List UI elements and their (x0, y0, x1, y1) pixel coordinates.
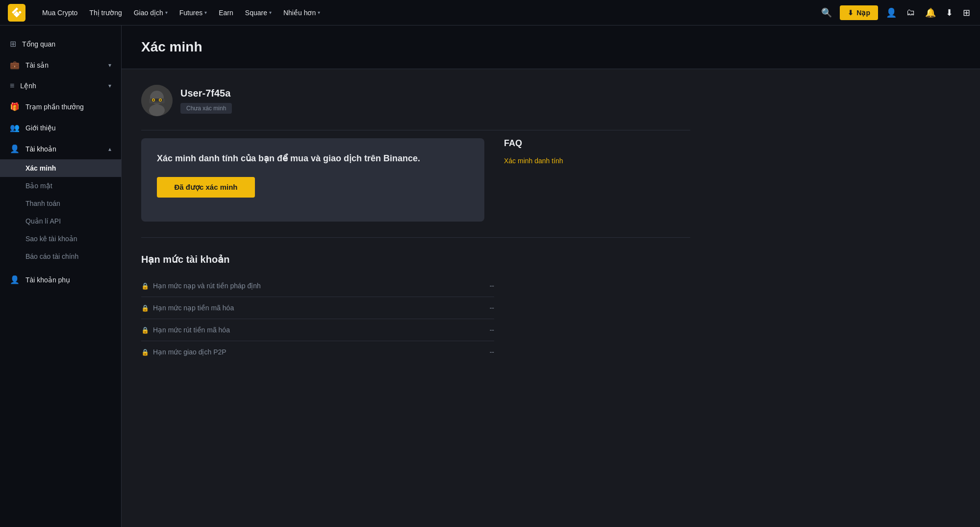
download-icon: ⬇ (848, 9, 854, 17)
faq-title: FAQ (504, 138, 612, 149)
limits-value-3: -- (490, 348, 494, 356)
svg-point-9 (149, 104, 165, 116)
logo[interactable] (8, 4, 25, 22)
bell-icon[interactable]: 🔔 (923, 5, 938, 20)
users-icon: 👥 (10, 123, 20, 132)
content-area: User-7f45a Chưa xác minh Xác minh danh t… (122, 69, 710, 378)
sidebar-item-tong-quan[interactable]: ⊞ Tổng quan (0, 33, 121, 54)
status-badge: Chưa xác minh (180, 103, 232, 114)
chevron-down-icon: ▾ (108, 62, 111, 69)
layout: ⊞ Tổng quan 💼 Tài sản ▾ ≡ Lệnh ▾ 🎁 Trạm … (0, 25, 980, 527)
sidebar-item-tai-khoan-phu[interactable]: 👤 Tài khoản phụ (0, 269, 121, 290)
wallet-icon[interactable]: 🗂 (905, 5, 917, 20)
verify-card: Xác minh danh tính của bạn để mua và gia… (141, 138, 484, 222)
limits-table: 🔒 Hạn mức nạp và rút tiền pháp định -- 🔒… (141, 275, 494, 363)
avatar (141, 85, 173, 116)
nav-futures[interactable]: Futures ▾ (175, 6, 212, 20)
home-icon: ⊞ (10, 39, 16, 49)
limits-label-0: 🔒 Hạn mức nạp và rút tiền pháp định (141, 282, 261, 290)
user-icon: 👤 (10, 144, 20, 153)
chevron-down-icon: ▾ (269, 10, 272, 15)
lock-icon: 🔒 (141, 282, 149, 290)
divider (141, 130, 690, 130)
sidebar-item-tai-khoan[interactable]: 👤 Tài khoản ▴ (0, 138, 121, 159)
faq-panel: FAQ Xác minh danh tính (504, 138, 612, 222)
search-icon[interactable]: 🔍 (819, 5, 834, 20)
plus-user-icon: 👤 (10, 275, 20, 284)
limits-value-1: -- (490, 304, 494, 312)
sidebar-item-tai-san[interactable]: 💼 Tài sản ▾ (0, 54, 121, 75)
chevron-down-icon: ▾ (204, 10, 207, 15)
nav-thi-truong[interactable]: Thị trường (84, 6, 126, 20)
verify-card-text: Xác minh danh tính của bạn để mua và gia… (157, 152, 469, 165)
content-row: Xác minh danh tính của bạn để mua và gia… (141, 138, 690, 222)
nav-links: Mua Crypto Thị trường Giao dịch ▾ Future… (37, 6, 819, 20)
deposit-button[interactable]: ⬇ Nạp (840, 5, 878, 20)
chevron-up-icon: ▴ (108, 146, 111, 152)
sidebar-item-tram-phan-thuong[interactable]: 🎁 Trạm phần thưởng (0, 96, 121, 117)
sidebar-item-gioi-thieu[interactable]: 👥 Giới thiệu (0, 117, 121, 138)
nav-mua-crypto[interactable]: Mua Crypto (37, 6, 82, 20)
lock-icon: 🔒 (141, 326, 149, 334)
limits-row: 🔒 Hạn mức giao dịch P2P -- (141, 341, 494, 363)
limits-label-1: 🔒 Hạn mức nạp tiền mã hóa (141, 304, 234, 312)
sidebar-sub-item-bao-mat[interactable]: Bảo mật (0, 177, 121, 195)
user-profile: User-7f45a Chưa xác minh (141, 85, 690, 116)
limits-row: 🔒 Hạn mức nạp và rút tiền pháp định -- (141, 275, 494, 297)
sidebar-account-submenu: Xác minh Bảo mật Thanh toán Quản lí API … (0, 159, 121, 265)
sidebar-item-lenh[interactable]: ≡ Lệnh ▾ (0, 75, 121, 96)
limits-row: 🔒 Hạn mức rút tiền mã hóa -- (141, 319, 494, 341)
lock-icon: 🔒 (141, 349, 149, 356)
nav-square[interactable]: Square ▾ (240, 6, 276, 20)
verified-button[interactable]: Đã được xác minh (157, 177, 255, 198)
limits-title: Hạn mức tài khoản (141, 253, 690, 265)
username: User-7f45a (180, 88, 232, 99)
limits-section: Hạn mức tài khoản 🔒 Hạn mức nạp và rút t… (141, 253, 690, 363)
limits-label-3: 🔒 Hạn mức giao dịch P2P (141, 348, 226, 356)
page-header: Xác minh (122, 25, 980, 69)
page-title: Xác minh (141, 39, 960, 55)
chevron-down-icon: ▾ (165, 10, 168, 15)
nav-giao-dich[interactable]: Giao dịch ▾ (129, 6, 173, 20)
grid-icon[interactable]: ⊞ (961, 5, 972, 20)
sidebar-sub-item-xac-minh[interactable]: Xác minh (0, 159, 121, 177)
limits-value-0: -- (490, 282, 494, 290)
sidebar-sub-item-thanh-toan[interactable]: Thanh toán (0, 195, 121, 212)
chevron-down-icon: ▾ (318, 10, 320, 15)
main-content: Xác minh (122, 25, 980, 527)
user-info: User-7f45a Chưa xác minh (180, 88, 232, 114)
sidebar-sub-item-quan-li-api[interactable]: Quản lí API (0, 212, 121, 230)
lock-icon: 🔒 (141, 304, 149, 312)
topnav: Mua Crypto Thị trường Giao dịch ▾ Future… (0, 0, 980, 25)
sidebar-sub-item-bao-cao[interactable]: Báo cáo tài chính (0, 248, 121, 265)
nav-right: 🔍 ⬇ Nạp 👤 🗂 🔔 ⬇ ⊞ (819, 5, 972, 20)
gift-icon: 🎁 (10, 102, 20, 111)
limits-value-2: -- (490, 326, 494, 334)
list-icon: ≡ (10, 81, 14, 90)
svg-point-7 (153, 100, 154, 101)
nav-earn[interactable]: Earn (214, 6, 238, 20)
wallet-icon: 💼 (10, 60, 20, 70)
limits-row: 🔒 Hạn mức nạp tiền mã hóa -- (141, 297, 494, 319)
user-icon[interactable]: 👤 (884, 5, 899, 20)
chevron-down-icon: ▾ (108, 82, 111, 89)
limits-label-2: 🔒 Hạn mức rút tiền mã hóa (141, 326, 230, 334)
nav-nhieu-hon[interactable]: Nhiều hơn ▾ (278, 6, 325, 20)
faq-link[interactable]: Xác minh danh tính (504, 157, 563, 165)
sidebar: ⊞ Tổng quan 💼 Tài sản ▾ ≡ Lệnh ▾ 🎁 Trạm … (0, 25, 122, 527)
divider-2 (141, 237, 690, 238)
download-icon[interactable]: ⬇ (944, 5, 955, 20)
svg-point-8 (160, 100, 161, 101)
sidebar-sub-item-sao-ke[interactable]: Sao kê tài khoản (0, 230, 121, 248)
